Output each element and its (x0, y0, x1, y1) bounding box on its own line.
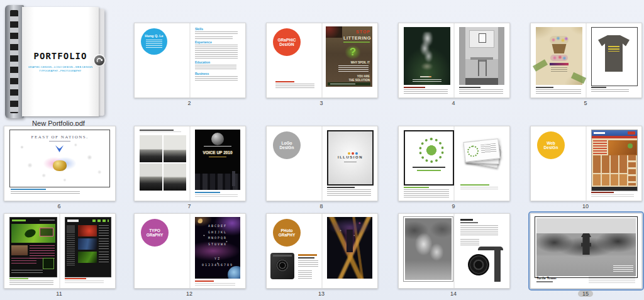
text-placeholder (195, 31, 238, 35)
text-placeholder (460, 187, 498, 189)
page-spread (4, 213, 116, 289)
page-thumbnail-8[interactable]: LoGo DesiGn ILLUSION 8 (266, 126, 377, 209)
page-thumbnail-10[interactable]: Web DesiGn 10 (530, 126, 641, 209)
text-placeholder (9, 281, 53, 286)
night-cityscape-photo (327, 217, 372, 279)
page-thumbnail-13[interactable]: PHoto GRaPHY 13 (266, 213, 377, 297)
pdf-thumbnail-grid: PORTFOLIO GRAPHIC DESIGN - LOGO DESIGN -… (0, 0, 644, 300)
text-placeholder (99, 225, 109, 236)
garnish-graphic (628, 143, 633, 148)
web-design-circle: Web DesiGn (537, 131, 565, 159)
poster-why-text: WHY SPOIL IT (351, 61, 370, 64)
site-banner (608, 140, 637, 155)
taste-poster (536, 27, 582, 85)
smoke-graphic (418, 32, 436, 71)
page-thumbnail-4[interactable]: 4 (398, 23, 509, 106)
page-thumbnail-6[interactable]: FEAST OF NATIONS. 6 (4, 126, 114, 209)
photo-caption: Turtle Tower (536, 276, 557, 280)
text-placeholder (327, 189, 371, 197)
photography-circle: PHoto GRaPHY (273, 219, 301, 247)
text-placeholder (460, 225, 498, 235)
camera-top-plate (273, 255, 292, 257)
gold-rule (209, 157, 226, 157)
business-cards-mockup (464, 140, 502, 169)
turtle-tower-photo-frame (535, 216, 638, 278)
caption-heading-placeholder (591, 192, 614, 193)
spec-list-placeholder (460, 239, 479, 247)
flip-arrow-glyph (94, 55, 104, 65)
smoke-poster (404, 27, 450, 85)
logo-color-dots (352, 152, 354, 155)
poster-littering-text: LITTERING (343, 35, 371, 41)
illusion-logo-text: ILLUSION (328, 155, 372, 159)
brand-bar (550, 63, 569, 65)
resume-body: Skills Experience Education Business (195, 27, 240, 94)
flip-arrow-icon[interactable] (94, 55, 104, 65)
page-number-pill: 15 (578, 291, 593, 297)
stop-littering-poster: STOP LITTERING ? WHY SPOIL IT YOU ARE TH… (326, 26, 372, 87)
page-thumbnail-2[interactable]: Hung Q. Le Skills Experience Education B… (134, 23, 245, 106)
text-placeholder (591, 89, 629, 92)
dark-website-2 (65, 217, 111, 277)
text-placeholder (404, 89, 448, 94)
resume-heading-experience: Experience (195, 40, 240, 44)
green-question-mark: ? (342, 43, 364, 62)
page-spread (398, 213, 510, 289)
tshirt-print (608, 46, 619, 52)
caption-heading-placeholder (195, 281, 214, 282)
cover-title: PORTFOLIO (22, 51, 99, 61)
leaf-photo-tile (78, 252, 97, 263)
tower-silhouette (347, 230, 353, 252)
logo-tagline-placeholder (417, 170, 441, 171)
page-spread: PHoto GRaPHY (266, 213, 378, 289)
text-placeholder (591, 194, 634, 197)
page-thumbnail-5[interactable]: 5 (530, 23, 641, 106)
post-photo (11, 245, 28, 255)
typography-circle: TYPO GRaPHY (141, 219, 169, 247)
text-placeholder (459, 89, 503, 94)
text-placeholder (589, 277, 635, 283)
page-thumbnail-15-selected[interactable]: Turtle Tower 15 (530, 213, 641, 297)
pink-text-placeholder (11, 258, 36, 265)
resume-heading-business: Business (195, 72, 240, 75)
page-thumbnail-9[interactable]: 9 (398, 126, 509, 209)
feast-of-nations-art: FEAST OF NATIONS. (9, 130, 110, 187)
page-thumbnail-3[interactable]: GRaPHiC DesiGN STOP LITTERING ? WHY SPOI… (266, 23, 377, 106)
cover-front-page[interactable]: PORTFOLIO GRAPHIC DESIGN - LOGO DESIGN -… (22, 7, 99, 116)
text-placeholder (536, 89, 581, 94)
page-number: 8 (266, 203, 377, 209)
text-placeholder (146, 40, 162, 48)
money-corner (571, 72, 586, 84)
card-logo (467, 145, 479, 158)
text-placeholder (65, 281, 104, 283)
pagoda-silhouette (581, 233, 591, 255)
poster-solution-text: THE SOLUTION (349, 79, 370, 82)
caption-sub-placeholder (536, 281, 553, 282)
graphic-design-circle: GRaPHiC DesiGN (273, 28, 301, 56)
page-number: 12 (134, 291, 245, 297)
site-sidebar (67, 225, 76, 272)
site-logo-placeholder (594, 132, 605, 134)
leaf-hero-banner (11, 224, 55, 243)
lips-photo-tile (78, 225, 97, 236)
page-thumbnail-7[interactable]: VOICE UP 2010 7 (134, 126, 245, 209)
tshirt-graphic (598, 35, 630, 72)
caption-heading-placeholder (195, 192, 220, 193)
text-placeholder (195, 65, 236, 70)
food-website-screenshot (591, 130, 638, 191)
cigarette-graphic (420, 76, 431, 77)
caption-heading-placeholder (536, 87, 553, 88)
evergreen-logo-frame (404, 130, 454, 186)
leaf-hole (23, 228, 36, 238)
cover-item-new-portfolio[interactable]: PORTFOLIO GRAPHIC DESIGN - LOGO DESIGN -… (5, 4, 112, 128)
text-placeholder (195, 283, 235, 286)
text-placeholder (404, 189, 449, 198)
page-spread (530, 23, 642, 98)
page-thumbnail-11[interactable]: 11 (4, 213, 114, 297)
page-thumbnail-12[interactable]: TYPO GRaPHY ABCDEF GHIJKL MNOPQR STUVWX … (134, 213, 245, 297)
caption-heading-placeholder (459, 87, 480, 88)
alphabet-row: ABCDEF (195, 223, 240, 230)
page-number: 11 (4, 291, 114, 297)
page-thumbnail-14[interactable]: 14 (398, 213, 509, 297)
avatar (67, 225, 75, 233)
